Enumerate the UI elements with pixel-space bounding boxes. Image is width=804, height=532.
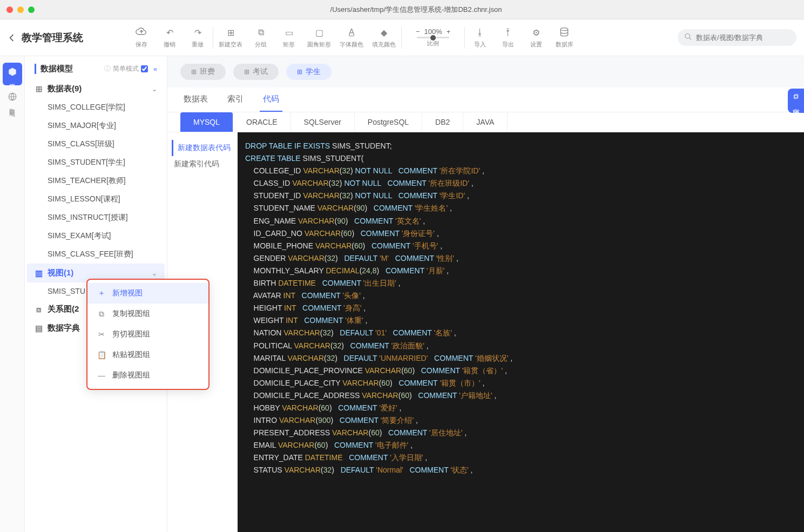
tree-item-table[interactable]: SIMS_INSTRUCT[授课] (27, 208, 165, 227)
new-empty-table-button[interactable]: ⊞ 新建空表 (219, 26, 242, 49)
database-button[interactable]: 数据库 (555, 26, 574, 49)
ctx-copy-group[interactable]: ⧉ 复制视图组 (87, 304, 208, 324)
library-icon: ⧉ (792, 94, 800, 100)
code-side-create-index[interactable]: 新建索引代码 (172, 156, 233, 172)
clipboard-icon: 📋 (97, 351, 106, 359)
db-tab-postgresql[interactable]: PostgreSQL (355, 112, 422, 132)
search-input[interactable] (678, 29, 796, 46)
save-button[interactable]: 保存 (132, 26, 151, 49)
database-icon (558, 26, 570, 38)
import-icon: ⭳ (474, 26, 486, 38)
tab-code[interactable]: 代码 (260, 87, 282, 112)
code-line: ENG_NAME VARCHAR(90) COMMENT '英文名' , (245, 215, 796, 227)
rect-icon: ▭ (283, 26, 295, 38)
code-line: ID_CARD_NO VARCHAR(60) COMMENT '身份证号' , (245, 227, 796, 240)
code-line: CREATE TABLE SIMS_STUDENT( (245, 152, 796, 165)
code-line: NATION VARCHAR(32) DEFAULT '01' COMMENT … (245, 327, 796, 339)
svg-point-0 (561, 28, 568, 31)
back-button[interactable]: 教学管理系统 (8, 31, 83, 45)
code-line: DOMICILE_PLACE_ADDRESS VARCHAR(60) COMME… (245, 389, 796, 402)
tree-item-table[interactable]: SIMS_EXAM[考试] (27, 227, 165, 245)
code-line: WEIGHT INT COMMENT '体重' , (245, 314, 796, 327)
vtab-domain[interactable]: 数据域 (3, 87, 22, 111)
ctx-add-view[interactable]: ＋ 新增视图 (87, 283, 208, 304)
chevron-down-icon: ⌄ (152, 270, 157, 277)
redo-button[interactable]: ↷ 重做 (188, 26, 207, 49)
chart-icon: ▥ (35, 269, 43, 278)
tab-index[interactable]: 索引 (224, 87, 247, 112)
fill-color-button[interactable]: ◆ 填充颜色 (372, 26, 396, 49)
code-line: DOMICILE_PLACE_CITY VARCHAR(60) COMMENT … (245, 377, 796, 389)
group-icon: ⧉ (255, 26, 267, 38)
pill-student[interactable]: ⊞学生 (286, 64, 332, 80)
font-color-icon: A (346, 26, 357, 38)
simple-mode-toggle[interactable]: ⓘ 简单模式 « (104, 64, 157, 73)
font-color-button[interactable]: A 字体颜色 (340, 26, 363, 49)
undo-icon: ↶ (164, 26, 175, 38)
round-rect-icon: ▢ (313, 26, 325, 38)
chevron-down-icon: ⌄ (152, 85, 157, 93)
pill-exam[interactable]: ⊞考试 (233, 64, 279, 80)
minimize-window-button[interactable] (17, 6, 24, 13)
fill-icon: ◆ (378, 26, 390, 38)
maximize-window-button[interactable] (28, 6, 35, 13)
tab-table[interactable]: 数据表 (180, 87, 211, 112)
code-line: EMAIL VARCHAR(60) COMMENT '电子邮件' , (245, 439, 796, 452)
zoom-control[interactable]: − 100% + 比例 (416, 28, 450, 48)
code-line: BIRTH DATETIME COMMENT '出生日期' , (245, 277, 796, 289)
ctx-paste-group[interactable]: 📋 粘贴视图组 (87, 345, 208, 365)
export-button[interactable]: ⭱ 导出 (498, 26, 518, 49)
round-rect-button[interactable]: ▢ 圆角矩形 (307, 26, 331, 49)
db-tab-mysql[interactable]: MYSQL (180, 112, 233, 132)
rect-button[interactable]: ▭ 矩形 (279, 26, 299, 49)
zoom-slider[interactable] (417, 37, 449, 38)
tree-item-table[interactable]: SIMS_STUDENT[学生] (27, 153, 165, 172)
ctx-cut-group[interactable]: ✂ 剪切视图组 (87, 324, 208, 345)
tree-item-table[interactable]: SIMS_CLASS[班级] (27, 135, 165, 153)
svg-point-1 (685, 33, 690, 38)
vertical-tab-rail: 模型 数据域 (0, 56, 25, 532)
db-tab-db2[interactable]: DB2 (422, 112, 463, 132)
undo-button[interactable]: ↶ 撤销 (160, 26, 179, 49)
code-line: MOBILE_PHONE VARCHAR(60) COMMENT '手机号' , (245, 240, 796, 252)
table-icon: ⊞ (297, 68, 302, 76)
pill-class-fee[interactable]: ⊞班费 (180, 64, 226, 80)
code-line: DOMICILE_PLACE_PROVINCE VARCHAR(60) COMM… (245, 365, 796, 377)
import-button[interactable]: ⭳ 导入 (470, 26, 490, 49)
vtab-model[interactable]: 模型 (3, 63, 22, 85)
ctx-delete-group[interactable]: — 删除视图组 (87, 365, 208, 386)
db-tab-sqlserver[interactable]: SQLServer (291, 112, 355, 132)
code-line: STATUS VARCHAR(32) DEFAULT 'Normal' COMM… (245, 464, 796, 476)
cloud-save-icon (136, 26, 147, 38)
simple-mode-checkbox[interactable] (141, 65, 148, 72)
tree-item-table[interactable]: SIMS_TEACHER[教师] (27, 172, 165, 190)
db-tab-oracle[interactable]: ORACLE (233, 112, 291, 132)
code-side-create-table[interactable]: 新建数据表代码 (172, 140, 233, 156)
close-window-button[interactable] (6, 6, 13, 13)
code-line: INTRO VARCHAR(900) COMMENT '简要介绍' , (245, 414, 796, 427)
tree-section-tables[interactable]: ⊞ 数据表(9) ⌄ (27, 79, 165, 98)
relation-icon: ⧈ (35, 305, 43, 314)
code-line: STUDENT_ID VARCHAR(32) NOT NULL COMMENT … (245, 190, 796, 202)
inner-tabs: 数据表 索引 代码 (167, 87, 804, 112)
zoom-out-button[interactable]: − (416, 28, 420, 36)
minus-icon: — (97, 371, 106, 380)
context-menu: ＋ 新增视图 ⧉ 复制视图组 ✂ 剪切视图组 📋 粘贴视图组 — 删除视图组 (86, 279, 210, 390)
db-tab-java[interactable]: JAVA (463, 112, 508, 132)
sidebar-title: 数据模型 (35, 64, 73, 74)
code-line: POLITICAL VARCHAR(32) COMMENT '政治面貌' , (245, 340, 796, 352)
group-button[interactable]: ⧉ 分组 (251, 26, 271, 49)
table-icon: ⊞ (244, 68, 249, 76)
zoom-in-button[interactable]: + (447, 28, 451, 36)
tree-item-table[interactable]: SIMS_MAJOR[专业] (27, 117, 165, 135)
tree-item-table[interactable]: SIMS_COLLEGE[学院] (27, 98, 165, 117)
entity-tabs: ⊞班费 ⊞考试 ⊞学生 (167, 56, 804, 87)
tree-item-table[interactable]: SIMS_CLASS_FEE[班费] (27, 245, 165, 264)
collapse-sidebar-button[interactable]: « (153, 65, 157, 73)
field-library-drawer[interactable]: ⧉ 字段库 (788, 89, 804, 113)
code-line: AVATAR INT COMMENT '头像' , (245, 289, 796, 302)
tree-item-table[interactable]: SIMS_LESSON[课程] (27, 190, 165, 208)
book-icon: ▤ (35, 324, 43, 333)
settings-button[interactable]: ⚙ 设置 (526, 26, 546, 49)
code-panel[interactable]: DROP TABLE IF EXISTS SIMS_STUDENT;CREATE… (238, 132, 804, 532)
